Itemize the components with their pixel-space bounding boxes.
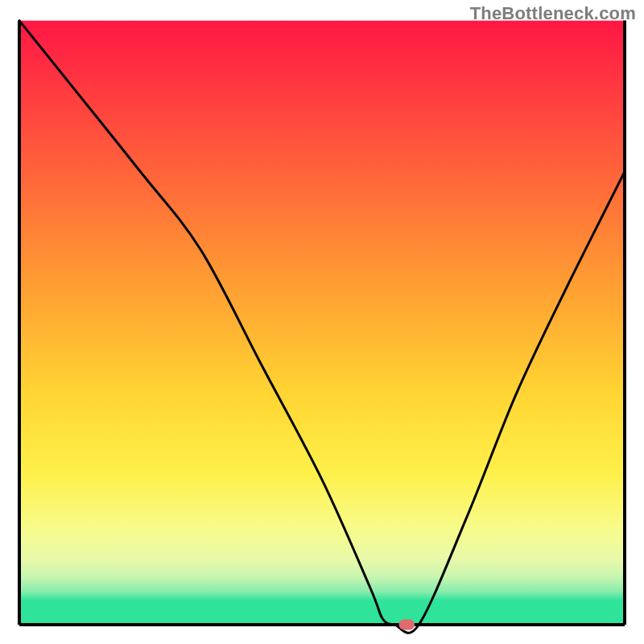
bottleneck-chart — [0, 0, 644, 644]
gradient-background — [19, 21, 625, 625]
optimal-marker — [399, 620, 415, 630]
chart-container: TheBottleneck.com — [0, 0, 644, 644]
